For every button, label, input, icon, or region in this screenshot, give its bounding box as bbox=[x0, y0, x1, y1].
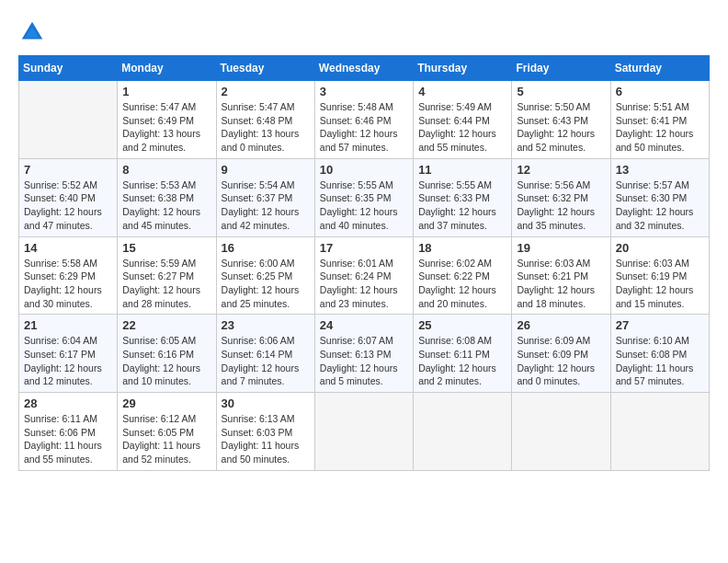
calendar-cell: 2Sunrise: 5:47 AMSunset: 6:48 PMDaylight… bbox=[216, 81, 314, 159]
page-header bbox=[18, 18, 710, 46]
day-number: 25 bbox=[418, 318, 506, 332]
day-info: Sunrise: 6:08 AMSunset: 6:11 PMDaylight:… bbox=[418, 334, 506, 388]
logo-icon bbox=[18, 18, 46, 46]
day-info: Sunrise: 6:03 AMSunset: 6:19 PMDaylight:… bbox=[616, 257, 704, 311]
day-number: 26 bbox=[517, 318, 605, 332]
calendar-cell: 27Sunrise: 6:10 AMSunset: 6:08 PMDayligh… bbox=[610, 315, 709, 393]
day-number: 19 bbox=[517, 241, 605, 255]
day-number: 18 bbox=[418, 241, 506, 255]
day-number: 14 bbox=[24, 241, 112, 255]
calendar-cell: 18Sunrise: 6:02 AMSunset: 6:22 PMDayligh… bbox=[414, 236, 512, 315]
calendar-cell bbox=[610, 393, 709, 471]
day-info: Sunrise: 5:47 AMSunset: 6:48 PMDaylight:… bbox=[222, 100, 310, 155]
calendar-cell bbox=[19, 81, 118, 159]
header-friday: Friday bbox=[512, 56, 610, 81]
calendar-cell: 26Sunrise: 6:09 AMSunset: 6:09 PMDayligh… bbox=[512, 315, 610, 393]
day-info: Sunrise: 5:53 AMSunset: 6:38 PMDaylight:… bbox=[122, 178, 210, 233]
header-monday: Monday bbox=[118, 56, 216, 81]
calendar-cell: 24Sunrise: 6:07 AMSunset: 6:13 PMDayligh… bbox=[314, 315, 413, 393]
day-number: 29 bbox=[122, 396, 210, 410]
day-info: Sunrise: 6:05 AMSunset: 6:16 PMDaylight:… bbox=[122, 334, 210, 388]
header-thursday: Thursday bbox=[414, 56, 512, 81]
calendar-cell: 21Sunrise: 6:04 AMSunset: 6:17 PMDayligh… bbox=[19, 315, 118, 393]
day-info: Sunrise: 6:10 AMSunset: 6:08 PMDaylight:… bbox=[616, 334, 704, 388]
calendar-cell: 16Sunrise: 6:00 AMSunset: 6:25 PMDayligh… bbox=[216, 236, 314, 315]
calendar-cell bbox=[414, 393, 512, 471]
week-row-2: 14Sunrise: 5:58 AMSunset: 6:29 PMDayligh… bbox=[19, 236, 710, 315]
day-number: 7 bbox=[24, 163, 112, 177]
day-info: Sunrise: 6:00 AMSunset: 6:25 PMDaylight:… bbox=[222, 257, 310, 311]
calendar-cell: 12Sunrise: 5:56 AMSunset: 6:32 PMDayligh… bbox=[512, 158, 610, 236]
day-info: Sunrise: 6:07 AMSunset: 6:13 PMDaylight:… bbox=[320, 334, 408, 388]
calendar-cell: 4Sunrise: 5:49 AMSunset: 6:44 PMDaylight… bbox=[414, 81, 512, 159]
calendar-cell: 7Sunrise: 5:52 AMSunset: 6:40 PMDaylight… bbox=[19, 158, 118, 236]
day-info: Sunrise: 6:09 AMSunset: 6:09 PMDaylight:… bbox=[517, 334, 605, 388]
calendar-cell: 13Sunrise: 5:57 AMSunset: 6:30 PMDayligh… bbox=[610, 158, 709, 236]
calendar-cell: 8Sunrise: 5:53 AMSunset: 6:38 PMDaylight… bbox=[118, 158, 216, 236]
calendar-cell: 11Sunrise: 5:55 AMSunset: 6:33 PMDayligh… bbox=[414, 158, 512, 236]
day-info: Sunrise: 6:01 AMSunset: 6:24 PMDaylight:… bbox=[320, 257, 408, 311]
day-number: 5 bbox=[517, 85, 605, 98]
day-number: 30 bbox=[222, 396, 310, 410]
day-number: 22 bbox=[122, 318, 210, 332]
calendar-cell: 22Sunrise: 6:05 AMSunset: 6:16 PMDayligh… bbox=[118, 315, 216, 393]
week-row-1: 7Sunrise: 5:52 AMSunset: 6:40 PMDaylight… bbox=[19, 158, 710, 236]
week-row-3: 21Sunrise: 6:04 AMSunset: 6:17 PMDayligh… bbox=[19, 315, 710, 393]
header-tuesday: Tuesday bbox=[216, 56, 314, 81]
day-number: 12 bbox=[517, 163, 605, 177]
calendar-cell: 1Sunrise: 5:47 AMSunset: 6:49 PMDaylight… bbox=[118, 81, 216, 159]
day-number: 21 bbox=[24, 318, 112, 332]
day-number: 8 bbox=[122, 163, 210, 177]
calendar-cell: 14Sunrise: 5:58 AMSunset: 6:29 PMDayligh… bbox=[19, 236, 118, 315]
day-number: 1 bbox=[122, 85, 210, 98]
day-info: Sunrise: 6:02 AMSunset: 6:22 PMDaylight:… bbox=[418, 257, 506, 311]
calendar-cell: 29Sunrise: 6:12 AMSunset: 6:05 PMDayligh… bbox=[118, 393, 216, 471]
calendar-cell: 25Sunrise: 6:08 AMSunset: 6:11 PMDayligh… bbox=[414, 315, 512, 393]
day-number: 17 bbox=[320, 241, 408, 255]
week-row-4: 28Sunrise: 6:11 AMSunset: 6:06 PMDayligh… bbox=[19, 393, 710, 471]
day-number: 13 bbox=[616, 163, 704, 177]
day-number: 10 bbox=[320, 163, 408, 177]
calendar-cell bbox=[512, 393, 610, 471]
day-number: 4 bbox=[418, 85, 506, 98]
day-info: Sunrise: 5:57 AMSunset: 6:30 PMDaylight:… bbox=[616, 178, 704, 233]
calendar-cell: 20Sunrise: 6:03 AMSunset: 6:19 PMDayligh… bbox=[610, 236, 709, 315]
day-info: Sunrise: 5:52 AMSunset: 6:40 PMDaylight:… bbox=[24, 178, 112, 233]
day-info: Sunrise: 5:56 AMSunset: 6:32 PMDaylight:… bbox=[517, 178, 605, 233]
day-number: 20 bbox=[616, 241, 704, 255]
day-number: 6 bbox=[616, 85, 704, 98]
calendar-cell: 17Sunrise: 6:01 AMSunset: 6:24 PMDayligh… bbox=[314, 236, 413, 315]
calendar-cell: 5Sunrise: 5:50 AMSunset: 6:43 PMDaylight… bbox=[512, 81, 610, 159]
day-info: Sunrise: 6:04 AMSunset: 6:17 PMDaylight:… bbox=[24, 334, 112, 388]
day-info: Sunrise: 5:54 AMSunset: 6:37 PMDaylight:… bbox=[222, 178, 310, 233]
day-number: 16 bbox=[222, 241, 310, 255]
day-number: 11 bbox=[418, 163, 506, 177]
day-info: Sunrise: 5:58 AMSunset: 6:29 PMDaylight:… bbox=[24, 257, 112, 311]
calendar-cell: 19Sunrise: 6:03 AMSunset: 6:21 PMDayligh… bbox=[512, 236, 610, 315]
calendar-cell: 9Sunrise: 5:54 AMSunset: 6:37 PMDaylight… bbox=[216, 158, 314, 236]
calendar-cell: 28Sunrise: 6:11 AMSunset: 6:06 PMDayligh… bbox=[19, 393, 118, 471]
day-number: 23 bbox=[222, 318, 310, 332]
header-saturday: Saturday bbox=[610, 56, 709, 81]
day-info: Sunrise: 5:55 AMSunset: 6:35 PMDaylight:… bbox=[320, 178, 408, 233]
day-info: Sunrise: 6:06 AMSunset: 6:14 PMDaylight:… bbox=[222, 334, 310, 388]
day-info: Sunrise: 6:11 AMSunset: 6:06 PMDaylight:… bbox=[24, 412, 112, 466]
logo bbox=[18, 18, 51, 46]
header-wednesday: Wednesday bbox=[314, 56, 413, 81]
day-info: Sunrise: 5:59 AMSunset: 6:27 PMDaylight:… bbox=[122, 257, 210, 311]
day-info: Sunrise: 5:55 AMSunset: 6:33 PMDaylight:… bbox=[418, 178, 506, 233]
calendar-cell: 15Sunrise: 5:59 AMSunset: 6:27 PMDayligh… bbox=[118, 236, 216, 315]
calendar-cell: 3Sunrise: 5:48 AMSunset: 6:46 PMDaylight… bbox=[314, 81, 413, 159]
day-number: 3 bbox=[320, 85, 408, 98]
calendar-cell: 10Sunrise: 5:55 AMSunset: 6:35 PMDayligh… bbox=[314, 158, 413, 236]
day-info: Sunrise: 6:13 AMSunset: 6:03 PMDaylight:… bbox=[222, 412, 310, 466]
day-number: 24 bbox=[320, 318, 408, 332]
day-number: 2 bbox=[222, 85, 310, 98]
week-row-0: 1Sunrise: 5:47 AMSunset: 6:49 PMDaylight… bbox=[19, 81, 710, 159]
day-number: 15 bbox=[122, 241, 210, 255]
day-info: Sunrise: 5:49 AMSunset: 6:44 PMDaylight:… bbox=[418, 100, 506, 155]
day-info: Sunrise: 5:50 AMSunset: 6:43 PMDaylight:… bbox=[517, 100, 605, 155]
calendar-header-row: SundayMondayTuesdayWednesdayThursdayFrid… bbox=[19, 56, 710, 81]
day-number: 9 bbox=[222, 163, 310, 177]
day-number: 28 bbox=[24, 396, 112, 410]
